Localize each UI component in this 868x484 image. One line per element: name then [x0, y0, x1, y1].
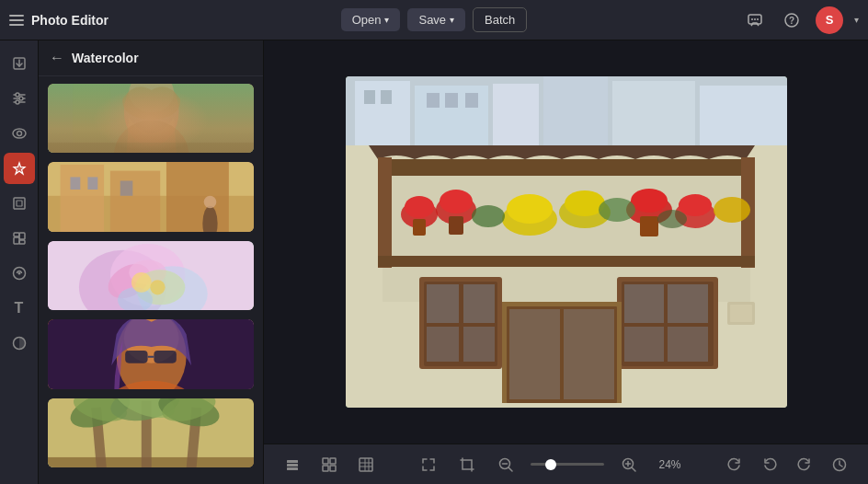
- svg-rect-81: [445, 93, 458, 108]
- svg-rect-33: [61, 165, 105, 232]
- canvas-area: 24%: [264, 40, 868, 484]
- svg-rect-18: [14, 237, 19, 244]
- effects-panel-title: Watercolor: [72, 51, 139, 65]
- topbar-left: Photo Editor: [9, 13, 341, 28]
- svg-point-103: [679, 194, 712, 216]
- zoom-out-icon[interactable]: [492, 451, 520, 478]
- redo-icon[interactable]: [791, 451, 818, 478]
- svg-point-50: [131, 272, 152, 293]
- svg-point-93: [440, 190, 473, 213]
- effect-thumb-wc2: [48, 319, 254, 388]
- main-content: T ← Watercolor: [0, 40, 868, 484]
- svg-rect-112: [427, 327, 459, 362]
- history-icon[interactable]: [826, 451, 853, 478]
- effect-item-wc1[interactable]: Watercolor 1 Ai: [48, 241, 254, 310]
- open-button[interactable]: Open ▾: [341, 8, 401, 31]
- grid-icon[interactable]: [352, 451, 380, 478]
- svg-rect-116: [624, 284, 664, 323]
- svg-rect-91: [413, 219, 426, 236]
- menu-icon[interactable]: [9, 15, 24, 26]
- sidebar-item-text[interactable]: T: [4, 293, 35, 324]
- effect-item-wc-gfx2[interactable]: Watercolor GFX 2 Ai: [48, 162, 254, 231]
- svg-point-28: [114, 120, 188, 153]
- svg-rect-34: [110, 171, 160, 232]
- svg-rect-111: [463, 284, 495, 323]
- svg-rect-130: [330, 458, 336, 464]
- effect-thumb-wc-gfx2: [48, 162, 254, 231]
- svg-rect-117: [668, 284, 708, 323]
- svg-rect-21: [14, 233, 19, 236]
- effect-thumb-wc-palms: [48, 398, 254, 467]
- topbar-center: Open ▾ Save ▾ Batch: [341, 7, 528, 32]
- svg-rect-113: [463, 327, 495, 362]
- sidebar-icons: T: [0, 40, 39, 484]
- svg-point-23: [17, 272, 20, 275]
- svg-rect-35: [166, 162, 229, 231]
- effect-item-wc-gfx[interactable]: Watercolor GFX Ai: [48, 84, 254, 153]
- zoom-in-icon[interactable]: [615, 451, 643, 478]
- svg-rect-38: [120, 181, 133, 196]
- svg-point-12: [19, 97, 23, 100]
- effect-item-wc-palms[interactable]: Watercolor Palms: [48, 398, 254, 467]
- canvas-container: [264, 40, 868, 444]
- batch-label: Batch: [485, 13, 515, 27]
- svg-point-107: [657, 210, 687, 228]
- svg-point-2: [754, 18, 756, 20]
- svg-point-14: [13, 129, 26, 138]
- fit-screen-icon[interactable]: [415, 451, 442, 478]
- svg-point-96: [507, 194, 553, 224]
- topbar-right: ? S ▾: [527, 6, 859, 34]
- sidebar-item-mask[interactable]: [4, 328, 35, 359]
- undo-icon[interactable]: [756, 451, 783, 478]
- layers-icon[interactable]: [279, 451, 306, 478]
- svg-rect-101: [640, 216, 658, 236]
- help-icon[interactable]: ?: [779, 7, 805, 33]
- svg-rect-25: [48, 84, 254, 153]
- sidebar-item-preview[interactable]: [4, 118, 35, 149]
- crop-icon[interactable]: [453, 451, 481, 478]
- svg-rect-56: [154, 351, 176, 363]
- back-arrow-icon[interactable]: ←: [50, 50, 64, 66]
- svg-point-1: [751, 18, 753, 20]
- svg-rect-131: [323, 466, 328, 471]
- svg-point-27: [129, 84, 174, 112]
- sidebar-item-export[interactable]: [4, 258, 35, 289]
- rotate-right-icon[interactable]: [721, 451, 748, 478]
- frames-icon[interactable]: [315, 451, 343, 478]
- zoom-slider[interactable]: [531, 463, 604, 466]
- svg-rect-82: [465, 93, 478, 108]
- sidebar-item-import[interactable]: [4, 48, 35, 79]
- svg-line-140: [508, 467, 512, 471]
- svg-point-105: [472, 205, 505, 227]
- svg-point-15: [17, 132, 21, 136]
- svg-rect-17: [17, 201, 22, 206]
- svg-rect-36: [70, 178, 80, 190]
- save-button[interactable]: Save ▾: [407, 8, 465, 31]
- svg-point-26: [124, 84, 179, 146]
- svg-rect-29: [48, 143, 254, 153]
- user-chevron-icon[interactable]: ▾: [854, 15, 859, 25]
- batch-button[interactable]: Batch: [473, 7, 527, 32]
- effect-thumb-wc1: [48, 241, 254, 310]
- bottom-toolbar-center: 24%: [415, 451, 687, 478]
- svg-rect-19: [19, 233, 25, 239]
- sidebar-item-objects[interactable]: [4, 223, 35, 254]
- app-title: Photo Editor: [31, 13, 108, 28]
- svg-point-106: [599, 198, 635, 222]
- svg-rect-118: [624, 327, 664, 362]
- svg-rect-110: [427, 284, 459, 323]
- chat-icon[interactable]: [742, 7, 768, 33]
- user-avatar[interactable]: S: [816, 6, 843, 34]
- bottom-toolbar: 24%: [264, 444, 868, 484]
- sidebar-item-adjustments[interactable]: [4, 83, 35, 114]
- sidebar-item-effects[interactable]: [4, 153, 35, 184]
- svg-point-41: [204, 196, 217, 209]
- svg-rect-74: [493, 84, 539, 150]
- effect-item-wc2[interactable]: Watercolor 2 Ai: [48, 319, 254, 388]
- sidebar-item-frames[interactable]: [4, 188, 35, 219]
- svg-rect-75: [543, 76, 608, 150]
- svg-rect-55: [125, 351, 147, 363]
- svg-rect-80: [427, 93, 440, 108]
- effects-panel: ← Watercolor: [39, 40, 264, 484]
- canvas-image: [346, 76, 787, 408]
